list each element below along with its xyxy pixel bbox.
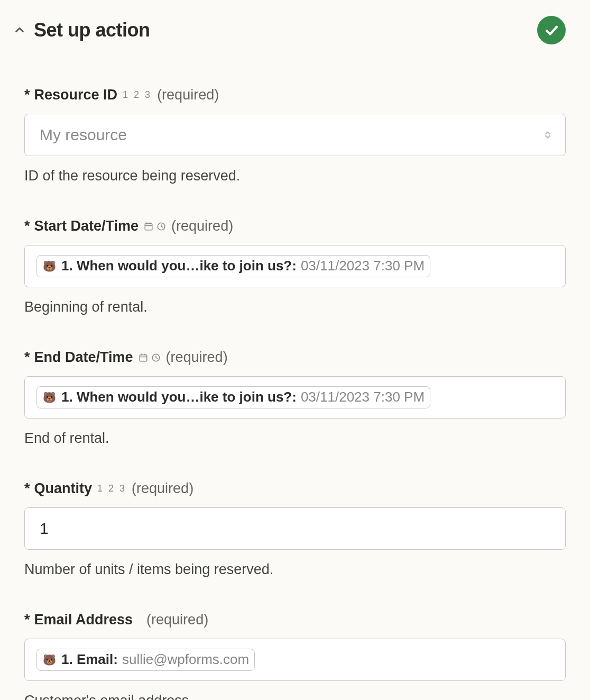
pill-value: 03/11/2023 7:30 PM: [301, 258, 425, 274]
field-label: Resource ID: [34, 87, 118, 103]
pill-label: 1. When would you…ike to join us?:: [61, 258, 297, 274]
field-help: ID of the resource being reserved.: [24, 168, 566, 184]
field-start-datetime: * Start Date/Time (required) 🐻 1. When w…: [24, 218, 566, 315]
field-quantity: * Quantity 1 2 3 (required) 1 Number of …: [24, 480, 566, 578]
required-text: (required): [146, 612, 208, 628]
field-label-row: * Quantity 1 2 3 (required): [24, 480, 566, 497]
field-resource-id: * Resource ID 1 2 3 (required) My resour…: [24, 87, 566, 184]
field-help: Number of units / items being reserved.: [24, 561, 566, 578]
section-header: Set up action: [14, 16, 566, 44]
required-text: (required): [171, 218, 233, 234]
field-label-row: * Resource ID 1 2 3 (required): [24, 87, 566, 103]
email-input[interactable]: 🐻 1. Email: sullie@wpforms.com: [24, 639, 566, 681]
required-asterisk: *: [24, 87, 30, 103]
field-label: Start Date/Time: [34, 218, 139, 234]
end-datetime-input[interactable]: 🐻 1. When would you…ike to join us?: 03/…: [24, 376, 566, 419]
required-text: (required): [157, 87, 219, 103]
field-label: Quantity: [34, 480, 93, 497]
required-text: (required): [166, 349, 228, 366]
start-datetime-input[interactable]: 🐻 1. When would you…ike to join us?: 03/…: [24, 245, 566, 287]
required-asterisk: *: [24, 480, 30, 497]
required-asterisk: *: [24, 349, 30, 366]
quantity-value: 1: [40, 520, 49, 538]
status-complete-icon: [537, 16, 566, 44]
pill-value: sullie@wpforms.com: [122, 651, 249, 668]
mapped-field-pill[interactable]: 🐻 1. When would you…ike to join us?: 03/…: [36, 255, 430, 277]
type-hint-datetime-icon: [144, 222, 166, 231]
wpforms-logo-icon: 🐻: [41, 259, 57, 273]
select-placeholder: My resource: [40, 126, 127, 144]
svg-rect-5: [140, 354, 147, 361]
quantity-input[interactable]: 1: [24, 507, 566, 550]
field-label: End Date/Time: [34, 349, 133, 366]
required-asterisk: *: [24, 612, 30, 628]
pill-value: 03/11/2023 7:30 PM: [301, 389, 425, 405]
field-end-datetime: * End Date/Time (required) 🐻 1. When wou…: [24, 349, 566, 447]
field-label-row: * Start Date/Time (required): [24, 218, 566, 234]
type-hint-datetime-icon: [139, 353, 161, 362]
type-hint-number-icon: 1 2 3: [123, 89, 152, 101]
field-label-row: * Email Address (required): [24, 612, 566, 628]
wpforms-logo-icon: 🐻: [41, 653, 57, 667]
required-text: (required): [132, 480, 193, 497]
form-body: * Resource ID 1 2 3 (required) My resour…: [14, 87, 566, 700]
required-asterisk: *: [24, 218, 30, 234]
pill-label: 1. Email:: [61, 651, 118, 668]
pill-label: 1. When would you…ike to join us?:: [61, 389, 297, 405]
collapse-icon[interactable]: [14, 24, 25, 36]
wpforms-logo-icon: 🐻: [41, 390, 57, 404]
section-title: Set up action: [34, 19, 150, 41]
mapped-field-pill[interactable]: 🐻 1. When would you…ike to join us?: 03/…: [36, 386, 430, 408]
select-arrows-icon: [542, 128, 554, 142]
svg-rect-0: [145, 223, 152, 230]
field-help: Beginning of rental.: [24, 299, 566, 315]
field-label: Email Address: [34, 612, 133, 628]
field-label-row: * End Date/Time (required): [24, 349, 566, 366]
resource-id-select[interactable]: My resource: [24, 114, 566, 156]
type-hint-number-icon: 1 2 3: [97, 483, 126, 494]
field-email-address: * Email Address (required) 🐻 1. Email: s…: [24, 612, 566, 700]
field-help: End of rental.: [24, 430, 566, 447]
field-help: Customer's email address.: [24, 693, 566, 700]
mapped-field-pill[interactable]: 🐻 1. Email: sullie@wpforms.com: [36, 649, 255, 670]
